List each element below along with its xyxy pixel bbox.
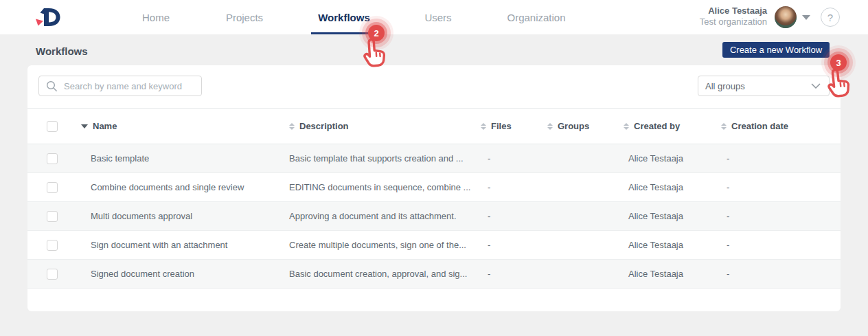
nav-tab-organization[interactable]: Organization [507, 0, 565, 34]
nav-tab-label: Users [424, 12, 451, 23]
workflow-created-by: Alice Testaaja [615, 211, 714, 221]
row-checkbox[interactable] [47, 240, 58, 251]
column-label: Files [491, 121, 512, 131]
create-workflow-button[interactable]: Create a new Workflow [722, 42, 830, 58]
nav-tab-home[interactable]: Home [142, 0, 170, 34]
workflow-name: Basic template [65, 153, 282, 164]
search-box[interactable] [38, 76, 202, 96]
workflow-description: Approving a document and its attachment. [282, 211, 474, 221]
workflow-description: Basic document creation, approval, and s… [282, 269, 474, 279]
workflow-name: Multi documents approval [65, 211, 282, 221]
table-row[interactable]: Sign document with an attachment Create … [27, 231, 841, 260]
column-header-description[interactable]: Description [282, 121, 474, 131]
workflow-created-by: Alice Testaaja [615, 269, 714, 279]
user-menu[interactable]: Alice Testaaja Test organization [700, 5, 767, 27]
workflow-name: Combine documents and single review [65, 182, 282, 192]
table-row[interactable]: Signed document creation Basic document … [27, 260, 841, 289]
workflow-files: - [474, 269, 539, 279]
workflows-table: Name Description Files Groups Created by… [27, 108, 841, 289]
user-organization: Test organization [700, 16, 767, 27]
top-navigation-bar: Home Projects Workflows Users Organizati… [0, 0, 868, 34]
workflow-name: Signed document creation [65, 269, 282, 279]
nav-tab-users[interactable]: Users [424, 0, 451, 34]
group-filter-dropdown[interactable]: All groups [698, 76, 830, 96]
workflow-creation-date: - [714, 153, 841, 164]
nav-tab-projects[interactable]: Projects [226, 0, 263, 34]
workflows-card: All groups Name Description Files Groups [27, 65, 841, 311]
chevron-down-icon[interactable] [802, 15, 810, 20]
column-header-groups[interactable]: Groups [539, 121, 615, 131]
workflow-created-by: Alice Testaaja [615, 182, 714, 192]
column-header-files[interactable]: Files [474, 121, 539, 131]
workflow-description: Basic template that supports creation an… [282, 153, 474, 164]
tutorial-step-2-badge: 2 [368, 25, 385, 41]
sort-icon [289, 123, 295, 130]
row-checkbox[interactable] [47, 211, 58, 222]
column-label: Groups [558, 121, 589, 131]
active-tab-underline [311, 32, 375, 34]
workflow-description: Create multiple documents, sign one of t… [282, 240, 474, 250]
workflow-description: EDITING documents in sequence, combine .… [282, 182, 474, 192]
sort-icon [547, 123, 553, 130]
oneD-logo-icon [34, 5, 63, 29]
column-label: Name [93, 121, 117, 131]
workflow-creation-date: - [714, 211, 841, 221]
workflow-files: - [474, 153, 539, 164]
workflow-created-by: Alice Testaaja [615, 153, 714, 164]
sort-icon [721, 123, 727, 130]
chevron-down-icon [811, 83, 821, 89]
workflow-creation-date: - [714, 240, 841, 250]
nav-tab-label: Projects [226, 12, 263, 23]
column-label: Creation date [731, 121, 788, 131]
column-header-creation-date[interactable]: Creation date [714, 121, 841, 131]
group-filter-value: All groups [705, 81, 745, 91]
row-checkbox[interactable] [47, 269, 58, 280]
table-header-row: Name Description Files Groups Created by… [27, 108, 841, 144]
sort-descending-icon [81, 124, 88, 128]
workflow-name: Sign document with an attachment [65, 240, 282, 250]
nav-tab-workflows[interactable]: Workflows [318, 0, 370, 34]
column-header-name[interactable]: Name [65, 121, 282, 131]
workflow-files: - [474, 182, 539, 192]
column-label: Description [299, 121, 349, 131]
workflow-created-by: Alice Testaaja [615, 240, 714, 250]
workflow-creation-date: - [714, 269, 841, 279]
row-checkbox[interactable] [47, 182, 58, 193]
row-checkbox[interactable] [47, 153, 58, 164]
table-row[interactable]: Multi documents approval Approving a doc… [27, 202, 841, 231]
app-logo[interactable] [34, 5, 63, 32]
nav-tab-label: Home [142, 12, 170, 23]
user-name: Alice Testaaja [700, 5, 767, 16]
tutorial-step-3-badge: 3 [830, 54, 847, 71]
nav-tab-label: Workflows [318, 12, 370, 23]
avatar[interactable] [775, 6, 797, 28]
help-button[interactable]: ? [821, 8, 840, 27]
question-mark-icon: ? [827, 12, 833, 23]
sort-icon [481, 123, 486, 130]
search-input[interactable] [64, 81, 201, 91]
column-header-created-by[interactable]: Created by [615, 121, 714, 131]
search-icon [46, 80, 58, 92]
workflow-creation-date: - [714, 182, 841, 192]
table-row[interactable]: Basic template Basic template that suppo… [27, 144, 841, 173]
column-label: Created by [634, 121, 680, 131]
nav-tab-label: Organization [507, 12, 565, 23]
table-row[interactable]: Combine documents and single review EDIT… [27, 173, 841, 202]
sort-icon [624, 123, 629, 130]
select-all-checkbox[interactable] [47, 121, 58, 132]
workflow-files: - [474, 240, 539, 250]
workflow-files: - [474, 211, 539, 221]
page-title: Workflows [36, 45, 88, 57]
